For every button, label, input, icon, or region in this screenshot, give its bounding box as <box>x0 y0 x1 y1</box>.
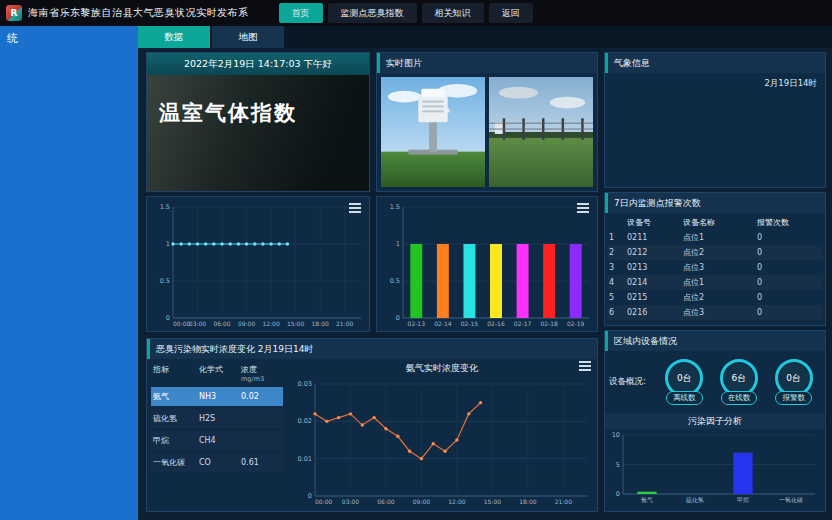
gauge-offline: 0台离线数 <box>665 359 703 405</box>
pollutant-col-formula: 化学式 <box>199 364 241 383</box>
alarm-cell: 4 <box>609 278 627 287</box>
svg-text:氨气: 氨气 <box>641 496 653 503</box>
svg-text:1: 1 <box>166 240 170 248</box>
pollutant-row-ch4[interactable]: 甲烷CH4 <box>151 431 283 450</box>
svg-text:0.01: 0.01 <box>298 455 312 463</box>
svg-text:0: 0 <box>616 490 620 498</box>
svg-text:03:00: 03:00 <box>189 320 206 327</box>
gauge-label-online: 在线数 <box>721 391 758 405</box>
alarm-count-panel: 7日内监测点报警次数 设备号 设备名称 报警次数 10211点位1020212点… <box>604 192 826 326</box>
chart-menu-icon[interactable] <box>349 203 361 215</box>
alarm-cell: 点位1 <box>683 277 757 288</box>
pollutant-body: 指标 化学式 浓度 mg/m3 氨气NH30.02硫化氢H2S甲烷CH4一氧化碳… <box>147 359 597 511</box>
svg-text:02-16: 02-16 <box>487 320 505 327</box>
svg-text:0: 0 <box>308 492 312 500</box>
alarm-cell: 2 <box>609 248 627 257</box>
pollutant-row-co[interactable]: 一氧化碳CO0.61 <box>151 453 283 472</box>
greenhouse-trend-chart: 00.511.500:0003:0006:0009:0012:0015:0018… <box>147 197 369 331</box>
pollutant-panel-title: 恶臭污染物实时浓度变化 2月19日14时 <box>147 339 597 359</box>
svg-text:0: 0 <box>166 314 170 322</box>
alarm-table-row: 60216点位30 <box>607 305 823 320</box>
alarm-cell: 点位2 <box>683 292 757 303</box>
nav-item-knowledge[interactable]: 相关知识 <box>422 3 484 23</box>
device-status-panel: 区域内设备情况 设备概况: 0台离线数6台在线数0台报警数 污染因子分析 051… <box>604 330 826 512</box>
chart-menu-icon[interactable] <box>577 203 589 215</box>
chart-menu-icon[interactable] <box>579 361 591 373</box>
alarm-col-device-id: 设备号 <box>627 217 683 228</box>
station-photo-1-image <box>381 77 485 187</box>
greenhouse-index-title: 温室气体指数 <box>159 99 297 127</box>
alarm-table-row: 10211点位10 <box>607 230 823 245</box>
nh3-trend-chart: 00.010.020.0300:0003:0006:0009:0012:0015… <box>289 374 595 509</box>
weekly-index-chart: 00.511.502-1302-1402-1502-1602-1702-1802… <box>377 197 597 331</box>
app-logo-icon: R <box>6 5 22 21</box>
alarm-col-device-name: 设备名称 <box>683 217 757 228</box>
alarm-cell: 6 <box>609 308 627 317</box>
svg-text:0.03: 0.03 <box>298 380 312 388</box>
svg-text:18:00: 18:00 <box>311 320 328 327</box>
alarm-cell: 0 <box>757 293 817 302</box>
pollution-factor-chart: 0510氨气硫化氢甲烷一氧化碳 <box>607 429 823 507</box>
alarm-cell: 点位2 <box>683 247 757 258</box>
pollutant-row-h2s[interactable]: 硫化氢H2S <box>151 409 283 428</box>
svg-text:03:00: 03:00 <box>342 498 359 505</box>
svg-text:甲烷: 甲烷 <box>737 496 749 503</box>
alarm-cell: 0 <box>757 278 817 287</box>
svg-text:02-18: 02-18 <box>540 320 558 327</box>
svg-text:15:00: 15:00 <box>287 320 304 327</box>
svg-text:06:00: 06:00 <box>213 320 230 327</box>
alarm-cell: 点位1 <box>683 232 757 243</box>
svg-text:0.5: 0.5 <box>160 277 170 285</box>
nav-item-back[interactable]: 返回 <box>489 3 533 23</box>
pollutant-cell: 0.61 <box>241 458 285 467</box>
pollutant-row-nh3[interactable]: 氨气NH30.02 <box>151 387 283 406</box>
greenhouse-trend-panel: 00.511.500:0003:0006:0009:0012:0015:0018… <box>146 196 370 332</box>
svg-text:12:00: 12:00 <box>448 498 465 505</box>
alarm-cell: 0214 <box>627 278 683 287</box>
alarm-cell: 0211 <box>627 233 683 242</box>
alarm-cell: 0215 <box>627 293 683 302</box>
tab-map[interactable]: 地图 <box>212 26 284 48</box>
svg-text:02-19: 02-19 <box>567 320 585 327</box>
nav-item-home[interactable]: 首页 <box>279 3 323 23</box>
svg-text:02-17: 02-17 <box>514 320 532 327</box>
svg-text:0.5: 0.5 <box>390 277 400 285</box>
station-photo-2 <box>489 77 593 187</box>
pollutant-cell: NH3 <box>199 392 241 401</box>
alarm-cell: 点位3 <box>683 262 757 273</box>
device-overview: 设备概况: 0台离线数6台在线数0台报警数 <box>605 351 825 413</box>
weather-body: 2月19日14时 <box>605 73 825 187</box>
nav-item-station-odor-index[interactable]: 监测点恶臭指数 <box>328 3 417 23</box>
alarm-table-row: 40214点位10 <box>607 275 823 290</box>
pollutant-cell: 硫化氢 <box>153 413 199 424</box>
device-panel-title: 区域内设备情况 <box>605 331 825 351</box>
svg-text:00:00: 00:00 <box>315 498 332 505</box>
alarm-cell: 0213 <box>627 263 683 272</box>
station-photo-2-image <box>489 77 593 187</box>
svg-text:10: 10 <box>612 431 620 439</box>
station-photo-1 <box>381 77 485 187</box>
svg-text:1.5: 1.5 <box>390 203 400 211</box>
alarm-cell: 0 <box>757 263 817 272</box>
alarm-cell: 0 <box>757 248 817 257</box>
alarm-col-count: 报警次数 <box>757 217 817 228</box>
svg-text:09:00: 09:00 <box>413 498 430 505</box>
weather-panel: 气象信息 2月19日14时 <box>604 52 826 188</box>
pollutant-col-concentration: 浓度 mg/m3 <box>241 364 285 383</box>
svg-text:09:00: 09:00 <box>238 320 255 327</box>
tab-data[interactable]: 数据 <box>138 26 210 48</box>
alarm-table-row: 20212点位20 <box>607 245 823 260</box>
alarm-cell: 3 <box>609 263 627 272</box>
alarm-table-row: 30213点位30 <box>607 260 823 275</box>
svg-text:02-13: 02-13 <box>408 320 426 327</box>
pollutant-cell: CH4 <box>199 436 241 445</box>
svg-text:06:00: 06:00 <box>377 498 394 505</box>
alarm-cell: 0 <box>757 308 817 317</box>
svg-text:02-14: 02-14 <box>434 320 452 327</box>
pollutant-cell: H2S <box>199 414 241 423</box>
alarm-table-header: 设备号 设备名称 报警次数 <box>607 215 823 230</box>
svg-text:5: 5 <box>616 461 620 469</box>
svg-text:00:00: 00:00 <box>173 320 190 327</box>
alarm-cell: 1 <box>609 233 627 242</box>
pollutant-realtime-panel: 恶臭污染物实时浓度变化 2月19日14时 指标 化学式 浓度 mg/m3 氨气N… <box>146 338 598 512</box>
